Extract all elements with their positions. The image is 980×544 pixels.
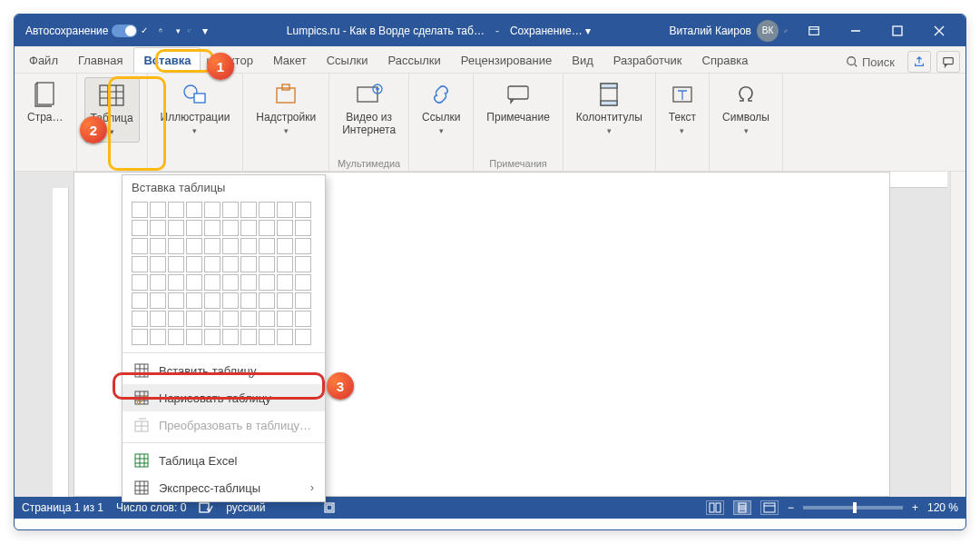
tab-review[interactable]: Рецензирование [452, 48, 561, 73]
tab-view[interactable]: Вид [563, 48, 603, 73]
grid-cell[interactable] [259, 238, 275, 254]
vertical-ruler[interactable] [53, 188, 69, 497]
zoom-in-button[interactable]: + [912, 501, 918, 514]
minimize-button[interactable] [835, 15, 877, 46]
menu-excel-table[interactable]: Таблица Excel [122, 447, 325, 474]
grid-cell[interactable] [240, 311, 257, 327]
tab-references[interactable]: Ссылки [318, 48, 377, 73]
macro-icon[interactable] [323, 501, 336, 514]
grid-cell[interactable] [132, 292, 148, 309]
zoom-out-button[interactable]: − [788, 501, 794, 514]
grid-cell[interactable] [186, 274, 202, 291]
grid-cell[interactable] [222, 274, 239, 291]
grid-cell[interactable] [204, 311, 220, 327]
video-button[interactable]: Видео из Интернета [337, 77, 401, 141]
zoom-slider[interactable] [803, 506, 903, 509]
grid-cell[interactable] [277, 311, 293, 327]
grid-cell[interactable] [259, 329, 275, 345]
grid-cell[interactable] [168, 220, 184, 236]
tab-mailings[interactable]: Рассылки [378, 48, 449, 73]
maximize-button[interactable] [877, 15, 918, 46]
spellcheck-icon[interactable] [199, 501, 213, 514]
grid-cell[interactable] [222, 292, 239, 309]
grid-cell[interactable] [222, 202, 239, 218]
links-button[interactable]: Ссылки▾ [416, 77, 466, 141]
grid-cell[interactable] [150, 220, 166, 236]
grid-cell[interactable] [204, 274, 220, 291]
redo-icon[interactable] [182, 24, 197, 38]
grid-cell[interactable] [277, 274, 293, 291]
grid-cell[interactable] [295, 220, 311, 236]
text-button[interactable]: Текст▾ [663, 77, 701, 141]
page-indicator[interactable]: Страница 1 из 1 [22, 501, 103, 514]
grid-cell[interactable] [240, 274, 257, 291]
grid-cell[interactable] [186, 238, 202, 254]
grid-cell[interactable] [186, 202, 202, 218]
tab-insert[interactable]: Вставка [133, 47, 201, 73]
grid-cell[interactable] [295, 311, 311, 327]
grid-cell[interactable] [204, 256, 220, 272]
grid-cell[interactable] [186, 220, 202, 236]
grid-cell[interactable] [240, 238, 257, 254]
read-mode-icon[interactable] [706, 500, 724, 515]
grid-cell[interactable] [150, 274, 166, 291]
zoom-value[interactable]: 120 % [927, 501, 958, 514]
grid-cell[interactable] [259, 274, 275, 291]
grid-cell[interactable] [150, 256, 166, 272]
grid-cell[interactable] [132, 311, 148, 327]
comment-button[interactable]: Примечание [481, 77, 554, 128]
grid-cell[interactable] [150, 292, 166, 309]
pages-button[interactable]: Стра… [22, 77, 69, 128]
tab-developer[interactable]: Разработчик [604, 48, 691, 73]
grid-cell[interactable] [222, 256, 239, 272]
grid-cell[interactable] [222, 238, 239, 254]
grid-cell[interactable] [240, 202, 257, 218]
grid-cell[interactable] [186, 292, 202, 309]
grid-cell[interactable] [277, 238, 293, 254]
user-name[interactable]: Виталий Каиров [663, 25, 757, 37]
grid-cell[interactable] [222, 311, 239, 327]
close-button[interactable] [918, 15, 960, 46]
grid-cell[interactable] [204, 202, 220, 218]
grid-cell[interactable] [168, 292, 184, 309]
grid-cell[interactable] [277, 292, 293, 309]
grid-cell[interactable] [259, 311, 275, 327]
grid-cell[interactable] [295, 329, 311, 345]
word-count[interactable]: Число слов: 0 [116, 501, 186, 514]
grid-cell[interactable] [204, 220, 220, 236]
tab-home[interactable]: Главная [69, 48, 132, 73]
autosave-toggle[interactable]: Автосохранение ✓ [20, 25, 153, 37]
grid-cell[interactable] [240, 292, 257, 309]
grid-cell[interactable] [150, 238, 166, 254]
grid-cell[interactable] [295, 274, 311, 291]
grid-cell[interactable] [222, 329, 239, 345]
menu-draw-table[interactable]: Нарисовать таблицу [122, 384, 325, 411]
grid-cell[interactable] [168, 274, 184, 291]
grid-cell[interactable] [295, 256, 311, 272]
grid-cell[interactable] [204, 292, 220, 309]
grid-cell[interactable] [277, 329, 293, 345]
tab-file[interactable]: Файл [20, 48, 67, 73]
grid-cell[interactable] [168, 202, 184, 218]
grid-cell[interactable] [259, 292, 275, 309]
comments-button[interactable] [936, 51, 960, 73]
search-input[interactable]: Поиск [838, 52, 902, 73]
grid-cell[interactable] [132, 329, 148, 345]
grid-cell[interactable] [132, 220, 148, 236]
saving-label[interactable]: Сохранение… ▾ [505, 25, 596, 37]
vertical-scrollbar[interactable] [950, 172, 965, 497]
grid-cell[interactable] [150, 202, 166, 218]
avatar[interactable]: ВК [757, 20, 779, 42]
symbols-button[interactable]: Символы▾ [717, 77, 775, 141]
grid-cell[interactable] [259, 202, 275, 218]
addins-button[interactable]: Надстройки▾ [250, 77, 321, 141]
grid-cell[interactable] [277, 256, 293, 272]
grid-cell[interactable] [222, 220, 239, 236]
share-button[interactable] [907, 51, 931, 73]
ribbon-options-icon[interactable] [793, 15, 835, 46]
grid-cell[interactable] [132, 256, 148, 272]
save-icon[interactable] [153, 24, 168, 38]
grid-cell[interactable] [150, 329, 166, 345]
grid-cell[interactable] [295, 292, 311, 309]
headers-button[interactable]: Колонтитулы▾ [571, 77, 648, 141]
